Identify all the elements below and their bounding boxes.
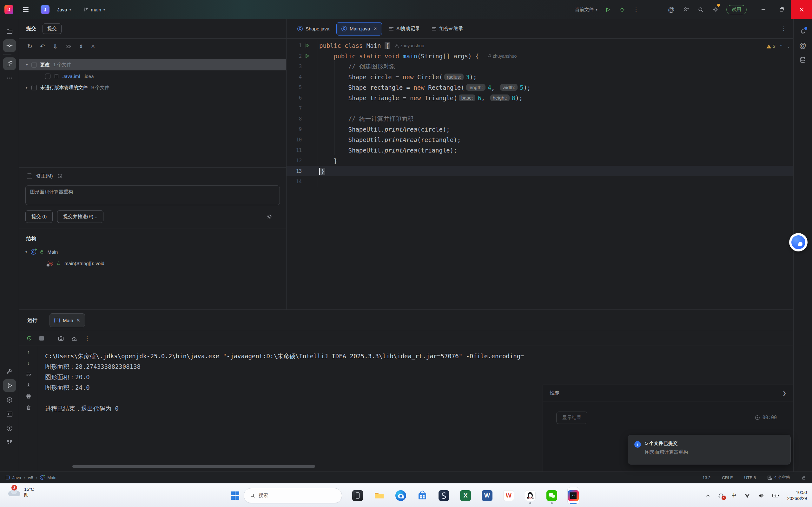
file-encoding[interactable]: UTF-8 — [744, 475, 756, 480]
file-explorer-taskbar-icon[interactable] — [373, 487, 385, 504]
chevron-down-icon[interactable]: ▾ — [26, 250, 27, 254]
phone-link-taskbar-icon[interactable] — [352, 487, 364, 504]
more-icon[interactable]: ⋮ — [85, 335, 90, 342]
code-line-13[interactable]: 13} — [287, 166, 793, 176]
unversioned-group-row[interactable]: ▸ 未进行版本管理的文件 9 个文件 — [19, 82, 286, 93]
editor-tab-AI协助记录[interactable]: AI协助记录 — [384, 22, 425, 36]
console-output[interactable]: C:\Users\朱彦硕\.jdks\openjdk-25.0.2\bin\ja… — [38, 346, 542, 471]
chevron-right-icon[interactable]: ▸ — [26, 86, 28, 90]
editor-tab-Shape.java[interactable]: CShape.java — [292, 22, 335, 36]
commit-notification-toast[interactable]: i 5 个文件已提交 图形面积计算器重构 — [628, 435, 791, 464]
wechat-taskbar-icon[interactable] — [546, 487, 558, 504]
code-line-9[interactable]: 9 ShapeUtil.printArea(circle); — [287, 124, 793, 134]
code-line-8[interactable]: 8 // 统一计算并打印面积 — [287, 114, 793, 124]
gutter[interactable]: 10 — [287, 134, 318, 145]
structure-icon[interactable] — [3, 57, 16, 70]
start-button[interactable] — [231, 492, 239, 500]
code-line-5[interactable]: 5 Shape rectangle = new Rectangle(length… — [287, 82, 793, 93]
gutter[interactable]: 7 — [287, 103, 318, 114]
code-with-me-button[interactable] — [679, 0, 693, 19]
volume-icon[interactable] — [758, 493, 764, 499]
ai-assistant-icon[interactable]: @ — [664, 0, 679, 19]
code-line-12[interactable]: 12 } — [287, 155, 793, 166]
gutter[interactable]: 9 — [287, 124, 318, 134]
close-icon[interactable]: ✕ — [373, 26, 377, 31]
line-separator[interactable]: CRLF — [722, 475, 733, 480]
file-checkbox[interactable] — [45, 73, 50, 79]
floating-assistant-button[interactable] — [789, 233, 808, 251]
changed-file-row[interactable]: Java.iml .idea — [19, 70, 286, 82]
scrollend-icon[interactable] — [26, 382, 32, 388]
ime-indicator[interactable]: 中 — [732, 493, 737, 498]
show-results-button[interactable]: 显示结果 — [556, 411, 587, 424]
commit-and-push-button[interactable]: 提交并推送(P)... — [57, 210, 103, 223]
debug-button[interactable] — [615, 0, 629, 19]
preview-icon[interactable] — [65, 44, 71, 50]
trial-badge[interactable]: 试用 — [726, 5, 747, 14]
editor-tab-Main.java[interactable]: CMain.java✕ — [336, 22, 382, 36]
gutter[interactable]: 3 — [287, 61, 318, 72]
code-line-11[interactable]: 11 ShapeUtil.printArea(triangle); — [287, 145, 793, 155]
code-line-10[interactable]: 10 ShapeUtil.printArea(rectangle); — [287, 134, 793, 145]
more-actions-button[interactable]: ⋮ — [629, 0, 643, 19]
run-button[interactable] — [601, 0, 615, 19]
tray-expand-icon[interactable] — [706, 493, 710, 498]
run-icon[interactable] — [3, 379, 16, 392]
weather-widget[interactable]: 3 16°C 阴 — [8, 487, 34, 498]
amend-checkbox[interactable] — [27, 173, 32, 179]
edge-taskbar-icon[interactable] — [395, 487, 407, 504]
wifi-icon[interactable] — [744, 493, 751, 499]
battery-icon[interactable] — [772, 493, 780, 499]
print-icon[interactable] — [26, 393, 32, 399]
window-restore-button[interactable] — [773, 0, 791, 19]
close-icon[interactable]: ✕ — [77, 318, 81, 323]
trash-icon[interactable] — [26, 405, 32, 410]
caret-position[interactable]: 13:2 — [703, 475, 710, 480]
up-icon[interactable]: ↑ — [27, 349, 30, 355]
gutter[interactable]: 8 — [287, 114, 318, 124]
gutter[interactable]: 14 — [287, 176, 318, 187]
run-configuration-selector[interactable]: 当前文件▾ — [575, 7, 601, 13]
window-close-button[interactable] — [791, 0, 812, 19]
structure-class-row[interactable]: ▾ C Main — [19, 246, 286, 258]
taskbar-clock[interactable]: 10:50 2026/3/29 — [787, 490, 807, 502]
project-folder-icon[interactable] — [3, 25, 16, 38]
indent-setting[interactable]: 4 个空格 — [767, 475, 790, 481]
commit-tab[interactable]: 提交 — [43, 23, 61, 34]
commit-options-gear-icon[interactable] — [266, 214, 272, 220]
down-icon[interactable]: ↓ — [27, 360, 30, 366]
idea-taskbar-icon[interactable]: IJ — [567, 487, 579, 504]
gutter[interactable]: 6 — [287, 93, 318, 103]
settings-button[interactable] — [708, 0, 722, 19]
code-area[interactable]: 1public class Main {zhuyanshuo2 public s… — [287, 39, 793, 187]
services-icon[interactable] — [3, 393, 16, 406]
rerun-icon[interactable] — [26, 335, 32, 341]
refresh-icon[interactable]: ↻ — [27, 43, 32, 50]
window-minimize-button[interactable] — [754, 0, 773, 19]
commit-message-input[interactable]: 图形面积计算器重构 — [26, 185, 280, 205]
editor-tab-组合vs继承[interactable]: 组合vs继承 — [427, 22, 468, 36]
gutter[interactable]: 1 — [287, 40, 318, 51]
version-control-icon[interactable] — [3, 436, 16, 449]
horizontal-scrollbar[interactable] — [72, 465, 315, 468]
run-tab-main[interactable]: Main ✕ — [50, 313, 85, 327]
gutter[interactable]: 11 — [287, 145, 318, 155]
code-line-1[interactable]: 1public class Main {zhuyanshuo — [287, 40, 793, 51]
chevron-right-icon[interactable]: ❯ — [782, 391, 786, 396]
branch-selector[interactable]: main ▾ — [83, 7, 105, 12]
chevron-down-icon[interactable]: ▾ — [26, 63, 28, 67]
gutter[interactable]: 12 — [287, 155, 318, 166]
audio-device-icon[interactable]: ✕ — [718, 493, 724, 499]
collapse-all-icon[interactable]: ✕ — [91, 43, 95, 50]
main-menu-button[interactable] — [21, 5, 31, 14]
expand-all-icon[interactable]: ⇕ — [79, 43, 83, 50]
gutter[interactable]: 13 — [287, 166, 318, 176]
changes-group-row[interactable]: ▾ 更改 1 个文件 — [19, 59, 286, 70]
code-line-2[interactable]: 2 public static void main(String[] args)… — [287, 51, 793, 61]
changes-checkbox[interactable] — [32, 62, 37, 67]
camera-icon[interactable] — [58, 335, 64, 341]
code-line-6[interactable]: 6 Shape triangle = new Triangle(base:6, … — [287, 93, 793, 103]
code-line-3[interactable]: 3 // 创建图形对象 — [287, 61, 793, 72]
build-icon[interactable] — [3, 365, 16, 378]
code-line-7[interactable]: 7 — [287, 103, 793, 114]
